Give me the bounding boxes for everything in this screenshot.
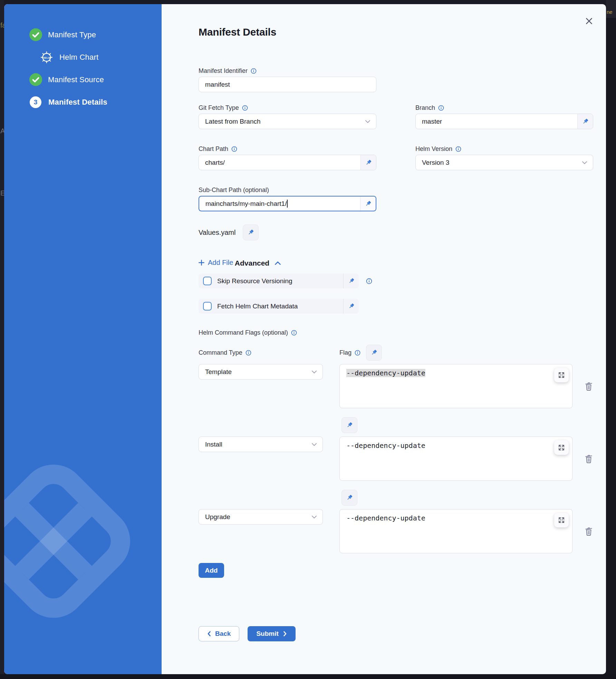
info-icon[interactable]: [251, 68, 257, 74]
add-flag-button[interactable]: Add: [199, 563, 224, 578]
background-text-fragment: ne: [607, 9, 613, 15]
background-page-left-strip: fa Ac Er: [0, 0, 4, 679]
git-fetch-type-field: Git Fetch Type Latest from Branch: [199, 104, 376, 129]
chevron-up-icon: [275, 261, 281, 265]
flag-row: Install --dependency-update: [199, 417, 606, 481]
fetch-helm-chart-metadata-checkbox[interactable]: [203, 302, 212, 310]
chevron-down-icon: [582, 161, 587, 164]
branch-label: Branch: [415, 104, 435, 112]
background-text-fragment: fa: [0, 21, 4, 29]
values-file-row: Values.yaml: [199, 224, 606, 240]
values-file-label: Values.yaml: [199, 229, 235, 237]
pin-icon[interactable]: [360, 155, 376, 170]
step-complete-check-icon: [29, 73, 42, 86]
info-icon[interactable]: [291, 330, 297, 336]
pin-icon[interactable]: [344, 303, 359, 310]
helm-version-field: Helm Version Version 3: [415, 145, 593, 170]
step-manifest-source[interactable]: Manifest Source: [29, 73, 162, 86]
info-icon[interactable]: [366, 278, 372, 284]
flag-row: Upgrade --dependency-update: [199, 490, 606, 553]
wizard-footer: Back Submit: [199, 626, 606, 641]
back-button[interactable]: Back: [199, 626, 239, 641]
helm-wheel-icon: HELM: [39, 49, 55, 65]
skip-resource-versioning-checkbox[interactable]: [203, 277, 212, 285]
branch-input[interactable]: master: [415, 114, 593, 129]
git-fetch-type-label: Git Fetch Type: [199, 104, 239, 112]
manifest-details-panel: Manifest Details Manifest Identifier man…: [162, 4, 606, 674]
pin-icon[interactable]: [341, 490, 357, 506]
step-label: Manifest Type: [48, 30, 96, 39]
sub-chart-path-label: Sub-Chart Path (optional): [199, 187, 269, 194]
sub-chart-path-field: Sub-Chart Path (optional) maincharts/my-…: [199, 186, 606, 211]
background-text-fragment: Ac: [0, 127, 4, 135]
helm-command-flags-label: Helm Command Flags (optional): [199, 329, 288, 336]
expand-icon[interactable]: [554, 368, 569, 382]
page-title: Manifest Details: [199, 26, 606, 38]
pin-icon[interactable]: [360, 197, 376, 211]
chart-path-label: Chart Path: [199, 145, 228, 153]
flag-label: Flag: [339, 349, 352, 356]
chevron-down-icon: [311, 443, 317, 446]
trash-icon[interactable]: [583, 525, 595, 538]
command-type-select[interactable]: Upgrade: [199, 509, 323, 525]
submit-button[interactable]: Submit: [248, 626, 295, 641]
step-label: Manifest Source: [48, 75, 104, 84]
manifest-wizard-modal: Manifest Type HELM: [4, 4, 606, 674]
pin-icon[interactable]: [577, 114, 593, 129]
fetch-helm-chart-metadata-label: Fetch Helm Chart Metadata: [217, 303, 343, 310]
step-number-badge: 3: [30, 96, 41, 108]
info-icon[interactable]: [355, 350, 360, 356]
step-label: Helm Chart: [59, 53, 98, 62]
step-complete-check-icon: [29, 28, 42, 41]
add-file-button[interactable]: Add File: [199, 259, 233, 267]
fetch-helm-chart-metadata-row: Fetch Helm Chart Metadata: [199, 299, 606, 314]
command-type-label: Command Type: [199, 349, 242, 356]
info-icon[interactable]: [455, 146, 461, 152]
flag-textarea[interactable]: --dependency-update: [339, 509, 572, 553]
skip-resource-versioning-row: Skip Resource Versioning: [199, 274, 606, 288]
command-type-select[interactable]: Template: [199, 364, 323, 380]
manifest-identifier-input[interactable]: manifest: [199, 77, 376, 92]
git-fetch-type-select[interactable]: Latest from Branch: [199, 114, 376, 129]
plus-icon: [199, 260, 204, 266]
pin-icon[interactable]: [341, 417, 357, 433]
helm-icon-text: HELM: [42, 56, 51, 59]
info-icon[interactable]: [246, 350, 251, 356]
background-page-right-strip: ne: [606, 0, 616, 679]
branch-field: Branch master: [415, 104, 593, 129]
text-caret: [287, 200, 288, 208]
helm-version-label: Helm Version: [415, 145, 452, 153]
expand-icon[interactable]: [554, 513, 569, 527]
info-icon[interactable]: [231, 146, 237, 152]
advanced-section-toggle[interactable]: Advanced: [235, 259, 281, 267]
step-manifest-details[interactable]: 3 Manifest Details: [29, 96, 162, 108]
chevron-right-icon: [283, 631, 287, 637]
advanced-label: Advanced: [235, 259, 269, 267]
step-label: Manifest Details: [48, 98, 107, 107]
wizard-steps: Manifest Type HELM: [4, 4, 162, 108]
helm-version-select[interactable]: Version 3: [415, 155, 593, 170]
chart-path-input[interactable]: charts/: [199, 155, 376, 170]
flag-textarea[interactable]: --dependency-update: [339, 437, 572, 481]
info-icon[interactable]: [438, 105, 444, 111]
pin-icon[interactable]: [344, 277, 359, 285]
expand-icon[interactable]: [554, 440, 569, 455]
step-helm-chart-type[interactable]: HELM Helm Chart: [39, 51, 162, 64]
brand-watermark-logo: [4, 451, 144, 631]
pin-icon[interactable]: [366, 345, 382, 361]
trash-icon[interactable]: [583, 452, 595, 465]
chevron-down-icon: [365, 120, 370, 123]
wizard-sidebar: Manifest Type HELM: [4, 4, 162, 674]
pin-icon[interactable]: [243, 224, 259, 240]
info-icon[interactable]: [242, 105, 248, 111]
trash-icon[interactable]: [583, 380, 595, 393]
command-type-select[interactable]: Install: [199, 437, 323, 452]
flag-textarea[interactable]: --dependency-update: [339, 364, 572, 408]
sub-chart-path-input[interactable]: maincharts/my-main-chart1/: [199, 196, 376, 211]
helm-command-flags-section: Command Type Flag: [199, 345, 606, 578]
background-text-fragment: Er: [0, 189, 4, 197]
flag-row: Command Type Flag: [199, 345, 606, 408]
close-icon[interactable]: [584, 16, 594, 26]
step-manifest-type[interactable]: Manifest Type: [29, 28, 162, 41]
manifest-identifier-label: Manifest Identifier: [199, 67, 248, 75]
